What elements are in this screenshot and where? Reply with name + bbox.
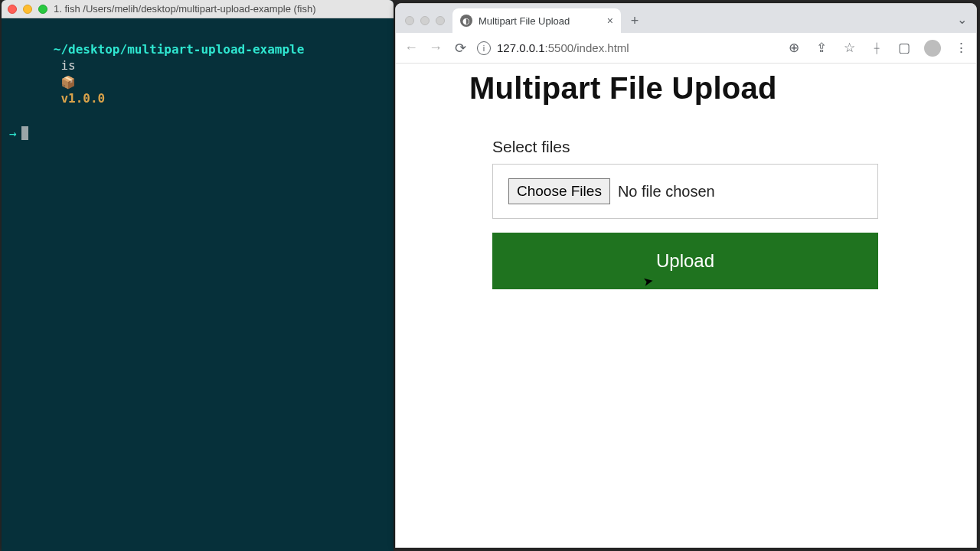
- prompt-arrow-icon: →: [9, 126, 17, 142]
- minimize-window-icon[interactable]: [23, 5, 32, 14]
- profile-avatar-icon[interactable]: [924, 40, 941, 57]
- page-content: Multipart File Upload Select files Choos…: [396, 64, 976, 547]
- terminal-title: 1. fish /Users/melih/desktop/multipart-u…: [54, 3, 315, 15]
- new-tab-button[interactable]: +: [624, 10, 645, 31]
- kebab-menu-icon[interactable]: ⋮: [953, 41, 969, 56]
- package-emoji: 📦: [60, 75, 76, 90]
- terminal-body[interactable]: ~/desktop/multipart-upload-example is 📦 …: [2, 18, 394, 148]
- page-heading: Multipart File Upload: [469, 71, 964, 106]
- upload-form: Select files Choose Files No file chosen…: [492, 138, 878, 289]
- file-status-text: No file chosen: [618, 183, 715, 201]
- close-window-icon[interactable]: [405, 16, 414, 25]
- select-files-label: Select files: [492, 138, 878, 156]
- window-controls: [8, 5, 47, 14]
- browser-tabbar: ◐ Multipart File Upload × + ⌄: [396, 4, 976, 33]
- terminal-is: [54, 58, 61, 73]
- terminal-window: 1. fish /Users/melih/desktop/multipart-u…: [2, 0, 394, 551]
- back-icon[interactable]: ←: [403, 41, 419, 56]
- terminal-is-word: is: [60, 58, 75, 73]
- browser-window-controls: [400, 16, 449, 33]
- terminal-version-value: v1.0.0: [60, 91, 105, 106]
- maximize-window-icon[interactable]: [436, 16, 445, 25]
- browser-toolbar: ← → ⟳ i 127.0.0.1:5500/index.html ⊕ ⇪ ☆ …: [396, 33, 976, 64]
- terminal-path: ~/desktop/multipart-upload-example: [54, 42, 305, 57]
- minimize-window-icon[interactable]: [420, 16, 430, 25]
- zoom-icon[interactable]: ⊕: [786, 41, 802, 56]
- browser-window: ◐ Multipart File Upload × + ⌄ ← → ⟳ i 12…: [395, 3, 977, 548]
- file-input-wrapper: Choose Files No file chosen: [492, 164, 878, 219]
- package-icon: [54, 75, 61, 90]
- close-window-icon[interactable]: [8, 5, 17, 14]
- browser-tab[interactable]: ◐ Multipart File Upload ×: [452, 8, 621, 33]
- sidepanel-icon[interactable]: ▢: [897, 41, 912, 56]
- close-tab-icon[interactable]: ×: [607, 15, 613, 27]
- tab-title: Multipart File Upload: [479, 15, 601, 27]
- url-host: 127.0.0.1: [497, 41, 545, 54]
- bookmark-star-icon[interactable]: ☆: [841, 41, 857, 56]
- choose-files-button[interactable]: Choose Files: [508, 178, 610, 204]
- forward-icon[interactable]: →: [428, 41, 443, 56]
- terminal-version: [54, 91, 61, 106]
- terminal-cursor: [21, 126, 28, 140]
- globe-icon: ◐: [460, 15, 472, 27]
- share-icon[interactable]: ⇪: [814, 41, 829, 56]
- upload-button[interactable]: Upload: [492, 233, 878, 289]
- reload-icon[interactable]: ⟳: [452, 41, 468, 56]
- terminal-input-row[interactable]: →: [9, 126, 386, 142]
- site-info-icon[interactable]: i: [477, 41, 491, 55]
- terminal-prompt-line: ~/desktop/multipart-upload-example is 📦 …: [9, 24, 386, 124]
- tab-overflow-icon[interactable]: ⌄: [957, 12, 972, 33]
- url-port: :5500: [545, 41, 574, 54]
- terminal-titlebar: 1. fish /Users/melih/desktop/multipart-u…: [2, 0, 394, 18]
- address-bar[interactable]: i 127.0.0.1:5500/index.html: [477, 41, 629, 55]
- url-path: /index.html: [573, 41, 629, 54]
- toolbar-right-icons: ⊕ ⇪ ☆ ⟊ ▢ ⋮: [786, 40, 969, 57]
- extensions-icon[interactable]: ⟊: [869, 41, 884, 56]
- maximize-window-icon[interactable]: [38, 5, 47, 14]
